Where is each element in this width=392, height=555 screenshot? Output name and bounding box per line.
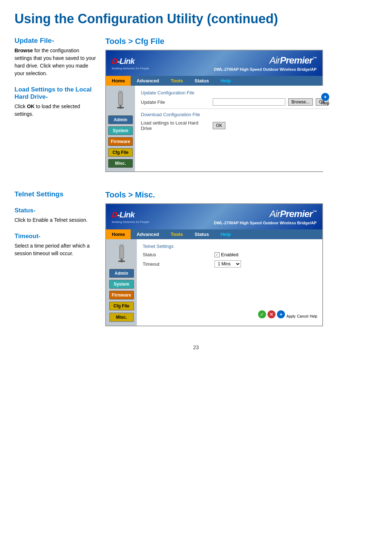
tools-misc-heading: Tools > Misc. [105, 190, 377, 200]
dlink-nav-misc: Home Advanced Tools Status Help [106, 229, 322, 239]
trademark-misc: ™ [313, 210, 317, 215]
cancel-label: Cancel [297, 314, 308, 318]
svg-rect-1 [119, 93, 122, 105]
sidebar-misc-misc[interactable]: Misc. [109, 313, 134, 322]
trademark-cfg: ™ [313, 56, 317, 61]
help-icon-cfg[interactable]: + Help [321, 93, 330, 105]
timeout-heading: Timeout- [15, 233, 98, 240]
dlink-logo-text-cfg: D-Link [112, 57, 149, 66]
sidebar-cfgfile-cfg[interactable]: Cfg File [108, 148, 133, 157]
sidebar-system-misc[interactable]: System [109, 280, 134, 289]
enabled-label: Enabled [221, 252, 238, 257]
update-file-label: Update File [141, 99, 210, 105]
nav-status-misc[interactable]: Status [189, 229, 215, 239]
dlink-main-misc: Telnet Settings Status ✓ Enabled Timeout… [137, 239, 322, 326]
dlink-header-cfg: D-Link Building Networks for People AirP… [106, 50, 322, 76]
dlink-sidebar-cfg: Admin System Firmware Cfg File Misc. [106, 86, 135, 171]
sidebar-device-misc [111, 243, 132, 265]
nav-advanced-cfg[interactable]: Advanced [131, 76, 165, 86]
misc-ui-col: Tools > Misc. D-Link Building Networks f… [105, 190, 377, 326]
icons-label-row: Apply Cancel Help [286, 314, 317, 318]
device-image-cfg [111, 90, 130, 110]
enabled-checkbox[interactable]: ✓ [215, 252, 220, 257]
sidebar-device-cfg [110, 89, 131, 111]
misc-text-col: Telnet Settings Status- Click to Enable … [15, 190, 105, 326]
load-ok-bold: OK [27, 103, 34, 109]
help-circle-cfg: + [321, 93, 329, 101]
load-settings-heading: Load Settings to the Local Hard Drive- [15, 86, 98, 101]
nav-advanced-misc[interactable]: Advanced [131, 229, 165, 239]
sidebar-cfgfile-misc[interactable]: Cfg File [109, 302, 134, 310]
nav-status-cfg[interactable]: Status [189, 76, 215, 86]
telnet-section-title: Telnet Settings [143, 244, 317, 249]
svg-rect-9 [118, 261, 124, 262]
cancel-icon[interactable]: ✕ [268, 310, 275, 318]
dlink-body-misc: Admin System Firmware Cfg File Misc. Tel… [106, 239, 322, 326]
help-icon-misc[interactable]: + [277, 310, 285, 318]
device-image-misc [113, 244, 131, 264]
nav-home-misc[interactable]: Home [106, 229, 131, 239]
icons-labels: Apply Cancel Help [286, 314, 317, 318]
premier-text: Premier [280, 55, 313, 66]
dlink-body-cfg: Admin System Firmware Cfg File Misc. Upd… [106, 86, 322, 171]
action-icons-misc: ✓ ✕ + Apply Cancel Help [258, 310, 317, 318]
tools-cfg-heading: Tools > Cfg File [105, 37, 377, 46]
svg-line-5 [121, 90, 122, 92]
sidebar-firmware-cfg[interactable]: Firmware [108, 137, 133, 146]
section-cfg-file: Update File- Browse for the configuratio… [15, 37, 377, 172]
air-text-misc: Air [269, 208, 280, 219]
svg-rect-3 [117, 107, 124, 109]
timeout-label-misc: Timeout [143, 261, 212, 267]
update-file-body: Browse for the configuration settings th… [15, 47, 98, 77]
help-label-cfg: Help [321, 101, 330, 105]
dlink-logo-cfg: D-Link Building Networks for People [112, 57, 149, 70]
svg-rect-7 [120, 246, 123, 258]
dlink-panel-misc: D-Link Building Networks for People AirP… [105, 203, 323, 326]
browse-button[interactable]: Browse... [288, 98, 313, 106]
sidebar-admin-misc[interactable]: Admin [109, 269, 134, 278]
update-file-input[interactable] [213, 98, 285, 106]
cancel-icon-group: ✕ [268, 310, 275, 318]
svg-line-10 [120, 244, 122, 246]
dlink-main-cfg: Update Configuration File Update File Br… [135, 86, 334, 171]
nav-tools-cfg[interactable]: Tools [165, 76, 189, 86]
sidebar-admin-cfg[interactable]: Admin [108, 115, 133, 124]
dlink-logo-misc: D-Link Building Networks for People [112, 210, 149, 224]
sidebar-misc-cfg[interactable]: Misc. [108, 159, 133, 168]
enabled-checkbox-row: ✓ Enabled [215, 252, 238, 257]
timeout-row: Timeout 1 Mins 5 Mins 10 Mins [143, 260, 317, 268]
nav-help-misc[interactable]: Help [215, 229, 237, 239]
dlink-panel-cfg: D-Link Building Networks for People AirP… [105, 50, 323, 172]
device-info-misc: DWL-2700AP High Speed Outdoor Wireless B… [214, 221, 317, 225]
dlink-sidebar-misc: Admin System Firmware Cfg File Misc. [106, 239, 137, 326]
link-text: -Link [117, 57, 135, 66]
dlink-logo-text-misc: D-Link [112, 210, 149, 220]
status-row: Status ✓ Enabled [143, 252, 317, 257]
load-settings-row: Load settings to Local Hard Drive OK [141, 120, 328, 131]
sidebar-firmware-misc[interactable]: Firmware [109, 291, 134, 299]
help-icon-group: + [277, 310, 285, 318]
update-file-heading: Update File- [15, 37, 98, 45]
svg-line-4 [119, 90, 121, 92]
nav-tools-misc[interactable]: Tools [165, 229, 189, 239]
page-number: 23 [15, 344, 377, 350]
apply-icon[interactable]: ✓ [258, 310, 266, 318]
nav-help-cfg[interactable]: Help [215, 76, 237, 86]
air-text: Air [269, 55, 280, 66]
apply-label: Apply [286, 314, 295, 318]
status-label: Status [143, 252, 212, 257]
d-letter-misc: D [112, 210, 117, 219]
nav-home-cfg[interactable]: Home [106, 76, 131, 86]
update-config-title: Update Configuration File [141, 90, 328, 95]
status-body: Click to Enable a Telnet session. [15, 216, 98, 224]
sidebar-system-cfg[interactable]: System [108, 126, 133, 135]
load-settings-label: Load settings to Local Hard Drive [141, 120, 210, 131]
dlink-logo-sub-cfg: Building Networks for People [112, 67, 149, 70]
page-title: Using the Configuration Utility (continu… [15, 11, 377, 26]
load-body-text: to load the selected settings. [15, 103, 80, 117]
timeout-body: Select a time period after which a sessi… [15, 242, 98, 257]
download-config-title: Download Configuration File [141, 112, 328, 117]
timeout-select[interactable]: 1 Mins 5 Mins 10 Mins [215, 260, 241, 268]
cfg-file-ui-col: Tools > Cfg File D-Link Building Network… [105, 37, 377, 172]
ok-button-2[interactable]: OK [213, 122, 225, 129]
